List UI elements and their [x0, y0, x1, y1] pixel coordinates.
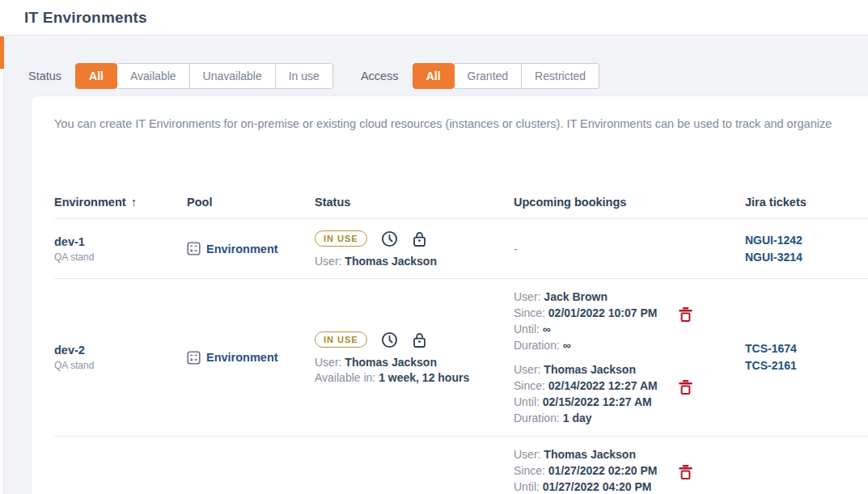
environment-subtitle: QA stand	[54, 251, 187, 263]
clock-icon	[381, 331, 398, 348]
booking-item: User: Thomas Jackson Since: 02/14/2022 1…	[514, 361, 745, 426]
table-row-dev1-jira-cell: NGUI-1242 NGUI-3214	[745, 219, 868, 279]
column-header-environment-label: Environment	[54, 196, 126, 209]
user-label: User:	[315, 255, 341, 268]
user-name: Thomas Jackson	[345, 255, 437, 268]
user-label: User:	[514, 448, 540, 461]
table-row-dev1-pool-cell: Environment	[187, 219, 315, 279]
status-badge: IN USE	[315, 331, 367, 348]
page-title: IT Environments	[24, 9, 147, 27]
since-label: Since:	[514, 306, 545, 319]
delete-booking-button[interactable]	[679, 306, 692, 325]
status-filter-available[interactable]: Available	[117, 63, 190, 89]
table-row-3-bookings-cell: User: Thomas Jackson Since: 01/27/2022 0…	[514, 437, 745, 494]
status-badge: IN USE	[315, 230, 367, 247]
delete-booking-button[interactable]	[679, 464, 692, 483]
table-row-dev2-pool-cell: Environment	[187, 279, 315, 437]
status-available-line: Available in: 1 week, 12 hours	[315, 371, 514, 384]
clock-icon	[381, 230, 398, 247]
booking-until: 02/15/2022 12:27 AM	[543, 395, 652, 408]
top-bar: IT Environments	[0, 0, 868, 36]
until-label: Until:	[514, 480, 540, 493]
table-row-dev2-status-cell: IN USE User: Thomas Jackson Available in…	[315, 279, 514, 437]
card-description: You can create IT Environments for on-pr…	[54, 117, 868, 130]
booking-details: User: Thomas Jackson Since: 02/14/2022 1…	[514, 361, 679, 426]
column-header-upcoming-bookings[interactable]: Upcoming bookings	[514, 188, 745, 219]
it-environments-screen: IT Environments Status All Available Una…	[0, 0, 868, 494]
booking-duration: ∞	[563, 339, 571, 352]
table-row-3-status-cell	[315, 437, 514, 494]
environment-name-link[interactable]: dev-1	[54, 235, 187, 248]
table-row-3-jira-cell	[745, 437, 868, 494]
trash-icon	[679, 379, 692, 395]
pool-link[interactable]: Environment	[187, 351, 315, 365]
user-label: User:	[514, 290, 540, 303]
status-filter-unavailable[interactable]: Unavailable	[190, 63, 276, 89]
booking-since: 02/14/2022 12:27 AM	[548, 379, 658, 392]
scrollbar-thumb[interactable]	[0, 36, 4, 69]
column-header-environment[interactable]: Environment ↑	[54, 188, 187, 219]
unlocked-icon	[412, 331, 427, 348]
jira-ticket-link[interactable]: TCS-2161	[745, 357, 868, 374]
environment-pool-icon	[187, 351, 201, 365]
trash-icon	[679, 306, 692, 323]
status-user-line: User: Thomas Jackson	[315, 255, 514, 268]
access-filter-granted[interactable]: Granted	[455, 63, 523, 89]
delete-booking-button[interactable]	[679, 379, 692, 398]
status-filter-label: Status	[28, 70, 61, 82]
access-filter-label: Access	[361, 70, 399, 82]
table-row-3-environment-cell	[54, 437, 187, 494]
booking-user: Jack Brown	[544, 290, 608, 303]
trash-icon	[679, 464, 692, 480]
available-in-value: 1 week, 12 hours	[379, 371, 469, 384]
jira-ticket-link[interactable]: TCS-1674	[745, 340, 868, 357]
user-name: Thomas Jackson	[345, 356, 437, 369]
pool-name: Environment	[206, 351, 278, 364]
duration-label: Duration:	[514, 412, 560, 424]
environment-name-link[interactable]: dev-2	[54, 344, 187, 357]
booking-item: User: Thomas Jackson Since: 01/27/2022 0…	[514, 446, 745, 494]
table-row-dev1-environment-cell: dev-1 QA stand	[54, 219, 187, 279]
booking-until: ∞	[543, 323, 551, 336]
booking-user: Thomas Jackson	[544, 448, 636, 461]
column-header-jira-tickets[interactable]: Jira tickets	[745, 188, 868, 219]
table-row-dev2-bookings-cell: User: Jack Brown Since: 02/01/2022 10:07…	[514, 279, 745, 437]
table-row-dev1-status-cell: IN USE User: Thomas Jackson	[315, 219, 514, 279]
until-label: Until:	[514, 323, 540, 336]
booking-since: 01/27/2022 02:20 PM	[548, 464, 658, 477]
no-bookings-dash: -	[514, 243, 745, 255]
until-label: Until:	[514, 395, 540, 408]
table-row-dev1-bookings-cell: -	[514, 219, 745, 279]
access-filter-restricted[interactable]: Restricted	[522, 63, 599, 89]
user-label: User:	[514, 363, 540, 376]
environment-pool-icon	[187, 242, 201, 255]
status-filter-in-use[interactable]: In use	[276, 63, 333, 89]
table-row-dev2-jira-cell: TCS-1674 TCS-2161	[745, 279, 868, 437]
table-row-3-pool-cell	[187, 437, 315, 494]
environments-table: Environment ↑ Pool Status Upcoming booki…	[54, 188, 868, 494]
filter-bar: Status All Available Unavailable In use …	[28, 63, 599, 89]
since-label: Since:	[514, 379, 545, 392]
column-header-status[interactable]: Status	[315, 188, 514, 219]
access-filter-all[interactable]: All	[413, 63, 455, 89]
jira-ticket-link[interactable]: NGUI-3214	[745, 249, 868, 266]
table-row-dev2-environment-cell: dev-2 QA stand	[54, 279, 187, 437]
pool-link[interactable]: Environment	[187, 242, 315, 255]
since-label: Since:	[514, 464, 545, 477]
booking-until: 01/27/2022 04:20 PM	[543, 480, 652, 493]
booking-details: User: Jack Brown Since: 02/01/2022 10:07…	[514, 289, 679, 353]
environments-card: You can create IT Environments for on-pr…	[31, 95, 868, 494]
column-header-pool[interactable]: Pool	[187, 188, 315, 219]
left-scrollbar-track	[0, 36, 4, 494]
available-in-label: Available in:	[315, 371, 375, 384]
booking-user: Thomas Jackson	[544, 363, 636, 376]
sort-asc-icon: ↑	[131, 195, 138, 209]
pool-name: Environment	[206, 243, 278, 255]
jira-ticket-link[interactable]: NGUI-1242	[745, 232, 868, 249]
status-filter-all[interactable]: All	[75, 63, 117, 89]
access-filter-group: All Granted Restricted	[413, 63, 600, 89]
status-user-line: User: Thomas Jackson	[315, 356, 514, 369]
booking-duration: 1 day	[563, 412, 592, 424]
user-label: User:	[315, 356, 341, 369]
unlocked-icon	[412, 230, 427, 247]
